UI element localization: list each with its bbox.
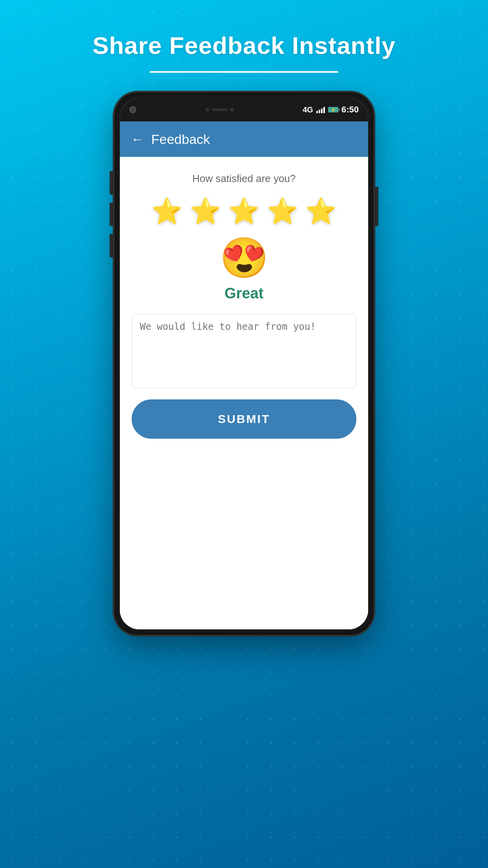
status-left: [129, 106, 136, 113]
satisfaction-prompt: How satisfied are you?: [192, 173, 295, 185]
camera-icon: [129, 106, 136, 113]
notch-area: [196, 105, 243, 114]
header-divider: [150, 71, 338, 73]
star-3[interactable]: ⭐: [228, 197, 260, 226]
notch: [196, 105, 243, 114]
battery-icon: [328, 107, 338, 112]
rating-emoji: 😍: [220, 238, 269, 277]
battery-tip: [339, 108, 340, 111]
notch-speaker: [212, 108, 227, 111]
star-1[interactable]: ⭐: [151, 197, 183, 226]
star-rating[interactable]: ⭐ ⭐ ⭐ ⭐ ⭐: [151, 197, 337, 226]
rating-label: Great: [224, 285, 263, 302]
feedback-textarea[interactable]: [132, 314, 356, 388]
phone-screen: 4G 6:50 ← Feedback How satisfied are you…: [120, 98, 368, 629]
notch-sensor: [230, 108, 234, 112]
status-bar: 4G 6:50: [120, 98, 368, 121]
signal-icon: [316, 106, 325, 113]
signal-bar-1: [316, 111, 318, 113]
back-button[interactable]: ←: [131, 132, 143, 147]
submit-button[interactable]: SUBMIT: [132, 399, 356, 439]
star-4[interactable]: ⭐: [267, 197, 298, 226]
phone-frame: 4G 6:50 ← Feedback How satisfied are you…: [114, 92, 374, 635]
app-bar: ← Feedback: [120, 121, 368, 157]
star-2[interactable]: ⭐: [190, 197, 221, 226]
signal-bar-4: [323, 107, 325, 113]
page-header: Share Feedback Instantly: [92, 31, 396, 59]
star-5[interactable]: ⭐: [305, 197, 337, 226]
notch-camera: [205, 108, 209, 112]
status-time: 6:50: [341, 105, 359, 115]
signal-bar-2: [319, 110, 320, 113]
app-bar-title: Feedback: [151, 132, 210, 147]
network-indicator: 4G: [303, 105, 313, 114]
signal-bar-3: [321, 108, 323, 113]
status-right: 4G 6:50: [303, 105, 359, 115]
content-area: How satisfied are you? ⭐ ⭐ ⭐ ⭐ ⭐ 😍 Great…: [120, 157, 368, 629]
